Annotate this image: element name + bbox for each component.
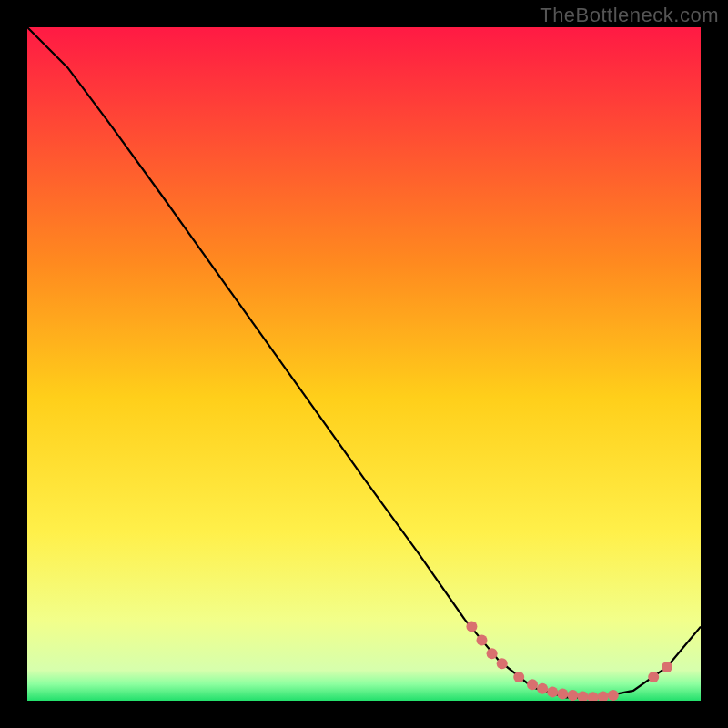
data-marker: [497, 658, 508, 669]
data-marker: [477, 634, 488, 645]
data-marker: [547, 686, 558, 697]
data-marker: [487, 648, 498, 659]
data-marker: [557, 689, 568, 700]
watermark-text: TheBottleneck.com: [540, 4, 719, 27]
chart-frame: TheBottleneck.com: [0, 0, 728, 728]
data-marker: [513, 672, 524, 682]
data-marker: [662, 662, 672, 672]
bottleneck-curve-chart: [27, 27, 701, 701]
data-marker: [527, 679, 538, 690]
data-marker: [608, 690, 619, 701]
plot-area: [27, 27, 701, 701]
data-marker: [648, 672, 659, 682]
data-marker: [537, 683, 548, 694]
data-marker: [567, 690, 578, 701]
gradient-background: [27, 27, 701, 701]
data-marker: [466, 622, 477, 632]
